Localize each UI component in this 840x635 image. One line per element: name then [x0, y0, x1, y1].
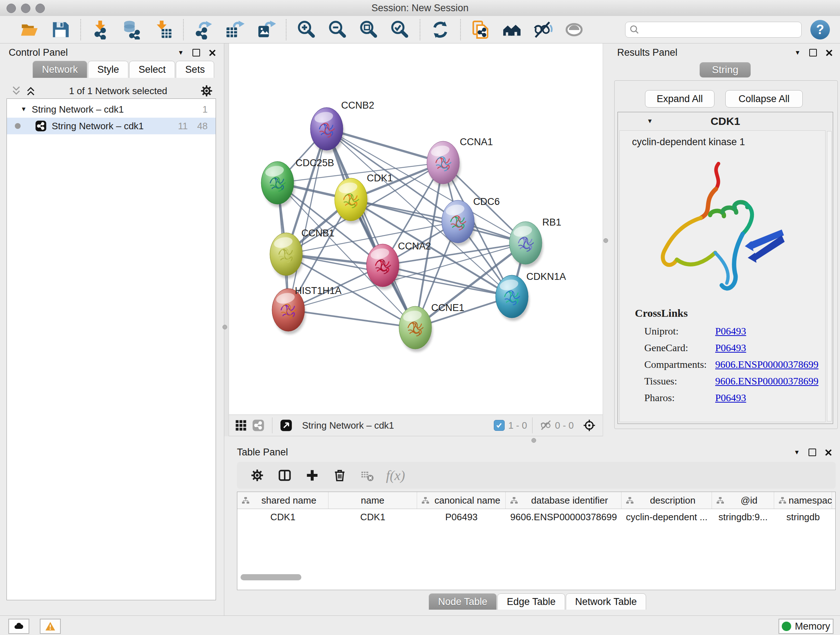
string-hide-glasses-icon[interactable] [533, 19, 553, 40]
export-image-icon[interactable] [256, 19, 276, 40]
left-splitter[interactable] [224, 43, 229, 445]
network-node-CDKN1A[interactable]: CDKN1A [496, 271, 566, 321]
node-table[interactable]: shared namenamecanonical namedatabase id… [237, 492, 836, 590]
table-cell[interactable]: CDK1 [237, 509, 328, 525]
delete-column-icon[interactable] [329, 465, 350, 486]
import-network-icon[interactable] [91, 19, 111, 40]
network-node-CCNA2[interactable]: CCNA2 [366, 241, 431, 290]
tab-network[interactable]: Network [33, 61, 87, 78]
show-columns-icon[interactable] [274, 465, 295, 486]
help-button[interactable]: ? [810, 20, 830, 40]
tab-sets[interactable]: Sets [176, 61, 214, 78]
grid-view-icon[interactable] [235, 419, 247, 432]
network-collection-row[interactable]: ▼ String Network – cdk1 1 [7, 101, 216, 118]
network-graph[interactable]: CCNB2CCNA1CDC25BCDK1CDC6RB1CCNB1CCNA2CDK… [229, 43, 603, 415]
zoom-selected-icon[interactable] [390, 19, 410, 40]
splitter-handle[interactable] [603, 238, 608, 243]
right-splitter[interactable] [603, 43, 611, 445]
collapse-entry-icon[interactable]: ▼ [647, 118, 653, 125]
crosslink-link[interactable]: 9606.ENSP00000378699 [715, 375, 818, 387]
tab-node-table[interactable]: Node Table [429, 593, 497, 610]
network-node-CCNB2[interactable]: CCNB2 [310, 100, 374, 153]
network-node-CDC6[interactable]: CDC6 [442, 196, 500, 246]
string-copy-network-icon[interactable] [471, 19, 491, 40]
network-node-CDC25B[interactable]: CDC25B [261, 157, 334, 207]
horizontal-splitter[interactable] [224, 436, 611, 445]
column-header--id[interactable]: @id [712, 492, 774, 509]
add-column-icon[interactable] [302, 465, 323, 486]
table-cell[interactable]: 9606.ENSP00000378699 [506, 509, 622, 525]
network-thumbnail-icon[interactable] [252, 419, 264, 432]
network-canvas[interactable]: CCNB2CCNA1CDC25BCDK1CDC6RB1CCNB1CCNA2CDK… [229, 43, 603, 415]
collapse-all-button[interactable]: Collapse All [725, 90, 803, 108]
detach-view-icon[interactable] [280, 419, 292, 432]
close-panel-icon[interactable] [825, 449, 832, 456]
search-box[interactable] [625, 22, 802, 38]
crosslink-link[interactable]: P06493 [715, 325, 746, 337]
tab-edge-table[interactable]: Edge Table [497, 593, 565, 610]
float-panel-icon[interactable]: ▼ [178, 49, 184, 57]
network-options-gear-icon[interactable] [200, 84, 213, 97]
tab-select[interactable]: Select [129, 61, 175, 78]
save-session-icon[interactable] [50, 19, 71, 40]
column-header-name[interactable]: name [328, 492, 417, 509]
network-node-CCNB1[interactable]: CCNB1 [270, 228, 335, 279]
zoom-out-icon[interactable] [327, 19, 347, 40]
collapse-all-networks-icon[interactable] [11, 86, 22, 96]
protein-structure-image[interactable] [630, 153, 825, 303]
node-result-header[interactable]: ▼ CDK1 [618, 112, 833, 130]
collection-expander-icon[interactable]: ▼ [21, 106, 27, 113]
export-table-icon[interactable] [225, 19, 245, 40]
maximize-panel-icon[interactable] [808, 448, 816, 456]
splitter-handle[interactable] [223, 325, 227, 329]
column-header-database-identifier[interactable]: database identifier [506, 492, 622, 509]
table-horizontal-scrollbar[interactable] [240, 574, 302, 580]
tab-network-table[interactable]: Network Table [566, 593, 646, 610]
crosshair-icon[interactable] [583, 419, 595, 432]
column-header-shared-name[interactable]: shared name [237, 492, 328, 509]
open-session-icon[interactable] [19, 19, 39, 40]
crosslink-link[interactable]: 9606.ENSP00000378699 [715, 359, 818, 371]
table-cell[interactable]: stringdb:9... [712, 509, 774, 525]
table-settings-gear-icon[interactable] [247, 465, 268, 486]
column-header-namespac[interactable]: namespac [774, 492, 832, 509]
float-panel-icon[interactable]: ▼ [794, 449, 800, 456]
selected-checkbox[interactable] [494, 420, 505, 431]
string-eye-icon[interactable] [564, 19, 584, 40]
float-panel-icon[interactable]: ▼ [794, 49, 801, 57]
table-cell[interactable]: CDK1 [328, 509, 417, 525]
string-home-icon[interactable] [502, 19, 522, 40]
splitter-handle[interactable] [531, 438, 536, 443]
export-network-icon[interactable] [194, 19, 214, 40]
close-panel-icon[interactable] [209, 49, 216, 57]
expand-all-networks-icon[interactable] [25, 86, 36, 96]
tab-string[interactable]: String [699, 62, 751, 78]
network-node-CCNE1[interactable]: CCNE1 [399, 302, 464, 352]
search-input[interactable] [640, 23, 798, 36]
column-header-canonical-name[interactable]: canonical name [417, 492, 506, 509]
table-cell[interactable]: P06493 [417, 509, 506, 525]
table-cell[interactable]: cyclin-dependent ... [622, 509, 712, 525]
table-cell[interactable]: stringdb [774, 509, 832, 525]
close-panel-icon[interactable] [826, 49, 833, 57]
network-node-RB1[interactable]: RB1 [509, 217, 561, 267]
import-table-icon[interactable] [153, 19, 173, 40]
memory-button[interactable]: Memory [778, 619, 834, 634]
table-header-row[interactable]: shared namenamecanonical namedatabase id… [237, 492, 835, 509]
crosslink-link[interactable]: P06493 [715, 342, 746, 354]
tab-style[interactable]: Style [88, 61, 128, 78]
table-row[interactable]: CDK1CDK1P064939606.ENSP00000378699cyclin… [237, 509, 835, 525]
zoom-in-icon[interactable] [296, 19, 317, 40]
network-row-selected[interactable]: String Network – cdk1 11 48 [7, 118, 216, 134]
crosslink-link[interactable]: P06493 [715, 392, 746, 404]
refresh-layout-icon[interactable] [430, 19, 450, 40]
network-node-CDK1[interactable]: CDK1 [335, 173, 393, 224]
warnings-button[interactable] [40, 619, 61, 634]
expand-all-button[interactable]: Expand All [645, 90, 714, 108]
maximize-panel-icon[interactable] [809, 49, 817, 57]
maximize-panel-icon[interactable] [193, 49, 200, 57]
network-node-HIST1H1A[interactable]: HIST1H1A [272, 285, 341, 334]
zoom-fit-icon[interactable] [358, 19, 379, 40]
column-header-description[interactable]: description [622, 492, 712, 509]
results-scrollbar[interactable] [827, 131, 832, 421]
